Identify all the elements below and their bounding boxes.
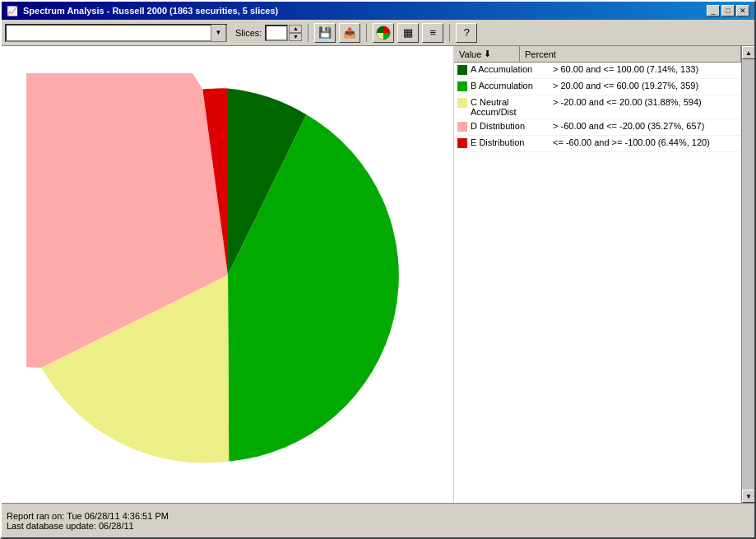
indicator-input[interactable]: % A/D (7, 28, 211, 38)
legend-percent-header[interactable]: Percent (520, 46, 741, 62)
indicator-dropdown[interactable]: % A/D ▼ (5, 24, 227, 42)
window-title: Spectrum Analysis - Russell 2000 (1863 s… (23, 6, 278, 16)
legend-swatch (457, 65, 467, 75)
legend-key: A Accumulation (471, 64, 553, 74)
legend-value-header[interactable]: Value ⬇ (454, 46, 520, 62)
title-bar: 📈 Spectrum Analysis - Russell 2000 (1863… (2, 2, 754, 20)
slices-label: Slices: (235, 28, 262, 38)
slices-arrows: ▲ ▼ (289, 25, 302, 41)
legend-row: B Accumulation > 20.00 and <= 60.00 (19.… (454, 79, 741, 95)
legend-swatch (457, 98, 467, 108)
legend-key: E Distribution (471, 137, 553, 147)
close-button[interactable]: ✕ (736, 5, 749, 16)
dropdown-arrow[interactable]: ▼ (211, 25, 225, 41)
slices-control: 5 ▲ ▼ (265, 25, 302, 41)
export-button[interactable]: 📤 (339, 23, 360, 43)
scrollbar-vertical: ▲ ▼ (741, 46, 754, 503)
status-container: Report ran on: Tue 06/28/11 4:36:51 PM L… (2, 503, 754, 537)
scroll-track[interactable] (742, 59, 754, 490)
pie-chart-container (26, 73, 429, 476)
slices-up-arrow[interactable]: ▲ (289, 25, 302, 33)
legend-row: D Distribution > -60.00 and <= -20.00 (3… (454, 119, 741, 136)
report-ran-label: Report ran on: Tue 06/28/11 4:36:51 PM (7, 511, 749, 521)
pie-chart-button[interactable] (373, 23, 394, 43)
legend-header: Value ⬇ Percent (454, 46, 741, 63)
slices-input[interactable]: 5 (265, 25, 288, 41)
save-button[interactable]: 💾 (314, 23, 336, 43)
legend-swatch (457, 122, 467, 132)
last-update-label: Last database update: 06/28/11 (7, 521, 749, 531)
grid-button[interactable]: ▦ (397, 23, 419, 43)
separator-2 (366, 24, 367, 42)
toolbar: % A/D ▼ Slices: 5 ▲ ▼ 💾 📤 ▦ ≡ (2, 20, 754, 46)
legend-row: C Neutral Accum/Dist > -20.00 and <= 20.… (454, 95, 741, 119)
legend-swatch (457, 138, 467, 148)
legend-desc: > -60.00 and <= -20.00 (35.27%, 657) (553, 121, 738, 131)
list-button[interactable]: ≡ (422, 23, 443, 43)
window-icon: 📈 (7, 6, 18, 16)
help-button[interactable]: ? (456, 23, 477, 43)
legend-desc: > 60.00 and <= 100.00 (7.14%, 133) (553, 64, 738, 74)
legend-key: B Accumulation (471, 81, 553, 91)
separator-3 (449, 24, 450, 42)
chart-area (2, 46, 453, 503)
legend-swatch (457, 81, 467, 91)
slices-down-arrow[interactable]: ▼ (289, 33, 302, 41)
legend-panel: Value ⬇ Percent A Accumulation > 60.00 a… (453, 46, 741, 503)
maximize-button[interactable]: □ (721, 5, 735, 16)
minimize-button[interactable]: _ (707, 5, 720, 16)
scroll-down-button[interactable]: ▼ (742, 490, 754, 503)
sort-icon: ⬇ (484, 49, 491, 59)
scroll-up-button[interactable]: ▲ (742, 46, 754, 59)
legend-row: A Accumulation > 60.00 and <= 100.00 (7.… (454, 63, 741, 79)
title-bar-left: 📈 Spectrum Analysis - Russell 2000 (1863… (7, 6, 278, 16)
legend-desc: > 20.00 and <= 60.00 (19.27%, 359) (553, 81, 738, 91)
pie-chart-svg (26, 73, 429, 476)
legend-key: D Distribution (471, 121, 553, 131)
legend-table: A Accumulation > 60.00 and <= 100.00 (7.… (454, 63, 741, 152)
legend-key: C Neutral Accum/Dist (471, 97, 553, 117)
legend-desc: <= -60.00 and >= -100.00 (6.44%, 120) (553, 137, 738, 147)
status-bar: Report ran on: Tue 06/28/11 4:36:51 PM L… (2, 503, 754, 537)
bottom-area: Report ran on: Tue 06/28/11 4:36:51 PM L… (2, 503, 754, 537)
main-window: 📈 Spectrum Analysis - Russell 2000 (1863… (0, 0, 756, 539)
title-controls: _ □ ✕ (707, 5, 749, 16)
separator-1 (308, 24, 308, 42)
legend-row: E Distribution <= -60.00 and >= -100.00 … (454, 136, 741, 152)
main-content: Value ⬇ Percent A Accumulation > 60.00 a… (2, 46, 754, 503)
legend-desc: > -20.00 and <= 20.00 (31.88%, 594) (553, 97, 738, 107)
